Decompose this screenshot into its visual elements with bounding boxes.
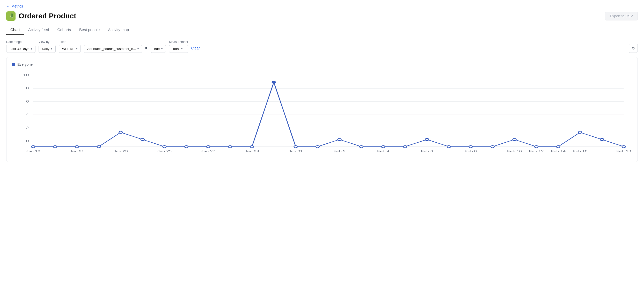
svg-text:0: 0 xyxy=(26,139,29,143)
true-value: true xyxy=(154,47,160,51)
data-point xyxy=(75,145,79,148)
svg-text:Feb 6: Feb 6 xyxy=(421,149,433,153)
data-point xyxy=(360,145,363,148)
svg-text:Feb 4: Feb 4 xyxy=(377,149,389,153)
header-left: Ordered Product xyxy=(6,11,76,21)
data-point xyxy=(513,138,516,141)
chart-line xyxy=(33,82,624,147)
data-point xyxy=(316,145,319,148)
data-point xyxy=(185,145,188,148)
legend-color-box xyxy=(12,63,15,66)
svg-text:Jan 25: Jan 25 xyxy=(157,149,172,153)
where-select[interactable]: WHERE ▾ xyxy=(59,45,81,53)
data-point xyxy=(163,145,166,148)
true-select[interactable]: true ▾ xyxy=(151,45,166,53)
attribute-select[interactable]: Attribute: _source_customer_h... ▾ xyxy=(84,45,142,53)
true-label xyxy=(151,40,166,44)
data-point xyxy=(578,131,582,134)
data-point xyxy=(425,138,429,141)
svg-text:Feb 18: Feb 18 xyxy=(616,149,631,153)
data-point xyxy=(557,145,560,148)
shopify-logo xyxy=(6,11,16,21)
svg-text:Feb 8: Feb 8 xyxy=(465,149,477,153)
data-point-peak xyxy=(272,81,275,84)
chart-container: Everyone 10 8 6 4 2 0 xyxy=(6,57,638,162)
clear-button[interactable]: Clear xyxy=(191,46,200,53)
data-point xyxy=(53,145,57,148)
svg-text:10: 10 xyxy=(23,73,29,77)
measurement-select[interactable]: Total ▾ xyxy=(169,45,188,53)
svg-text:Jan 21: Jan 21 xyxy=(70,149,84,153)
tab-cohorts[interactable]: Cohorts xyxy=(53,25,75,35)
date-range-group: Date range Last 30 Days ▾ xyxy=(6,40,35,53)
measurement-chevron-icon: ▾ xyxy=(181,47,182,50)
refresh-icon: ↺ xyxy=(632,46,635,50)
svg-text:Feb 14: Feb 14 xyxy=(551,149,566,153)
svg-text:Feb 2: Feb 2 xyxy=(333,149,346,153)
data-point xyxy=(338,138,341,141)
data-point xyxy=(600,138,604,141)
data-point xyxy=(119,131,122,134)
legend-label: Everyone xyxy=(17,62,33,67)
chart-svg: 10 8 6 4 2 0 xyxy=(12,70,632,158)
filters-row: Date range Last 30 Days ▾ View by Daily … xyxy=(6,40,638,53)
data-point xyxy=(97,145,100,148)
measurement-label: Measurement xyxy=(169,40,188,44)
page-title: Ordered Product xyxy=(19,12,76,20)
measurement-group: Measurement Total ▾ xyxy=(169,40,188,53)
data-point xyxy=(469,145,472,148)
true-group: true ▾ xyxy=(151,40,166,53)
view-by-value: Daily xyxy=(42,47,49,51)
data-point xyxy=(382,145,385,148)
attribute-chevron-icon: ▾ xyxy=(137,47,139,50)
header-row: Ordered Product Export to CSV xyxy=(6,11,638,21)
true-chevron-icon: ▾ xyxy=(161,47,163,50)
data-point xyxy=(447,145,450,148)
svg-text:Feb 16: Feb 16 xyxy=(573,149,587,153)
equals-sign: = xyxy=(145,46,148,53)
measurement-value: Total xyxy=(172,47,179,51)
attribute-group: Attribute: _source_customer_h... ▾ xyxy=(84,40,142,53)
refresh-button[interactable]: ↺ xyxy=(629,44,638,53)
data-point xyxy=(491,145,494,148)
svg-text:Jan 31: Jan 31 xyxy=(289,149,303,153)
date-range-select[interactable]: Last 30 Days ▾ xyxy=(6,45,35,53)
tab-activity-feed[interactable]: Activity feed xyxy=(24,25,53,35)
view-by-label: View by xyxy=(39,40,56,44)
svg-text:6: 6 xyxy=(26,100,29,103)
back-arrow-icon: ← xyxy=(6,4,10,8)
attribute-value: Attribute: _source_customer_h... xyxy=(87,47,136,51)
data-point xyxy=(403,145,407,148)
filter-group: Filter WHERE ▾ xyxy=(59,40,81,53)
export-csv-button[interactable]: Export to CSV xyxy=(605,12,638,20)
data-point xyxy=(32,145,35,148)
chart-legend: Everyone xyxy=(12,62,632,67)
attribute-label xyxy=(84,40,142,44)
view-by-chevron-icon: ▾ xyxy=(51,47,52,50)
where-chevron-icon: ▾ xyxy=(76,47,77,50)
date-range-label: Date range xyxy=(6,40,35,44)
data-point xyxy=(622,145,625,148)
chart-area: 10 8 6 4 2 0 xyxy=(12,70,632,158)
tab-chart[interactable]: Chart xyxy=(6,25,24,35)
data-point xyxy=(141,138,144,141)
svg-text:Feb 12: Feb 12 xyxy=(529,149,544,153)
view-by-select[interactable]: Daily ▾ xyxy=(39,45,56,53)
data-point xyxy=(250,145,254,148)
svg-text:Jan 29: Jan 29 xyxy=(245,149,259,153)
svg-text:Jan 23: Jan 23 xyxy=(114,149,128,153)
tabs-bar: Chart Activity feed Cohorts Best people … xyxy=(6,25,638,35)
svg-text:4: 4 xyxy=(26,113,29,116)
data-point xyxy=(535,145,538,148)
back-link[interactable]: ← Metrics xyxy=(6,4,23,8)
date-range-value: Last 30 Days xyxy=(10,47,29,51)
back-link-label: Metrics xyxy=(11,4,23,8)
filter-label: Filter xyxy=(59,40,81,44)
svg-text:Jan 27: Jan 27 xyxy=(201,149,215,153)
data-point xyxy=(228,145,232,148)
tab-activity-map[interactable]: Activity map xyxy=(104,25,133,35)
tab-best-people[interactable]: Best people xyxy=(75,25,104,35)
view-by-group: View by Daily ▾ xyxy=(39,40,56,53)
data-point xyxy=(207,145,210,148)
data-point xyxy=(294,145,297,148)
